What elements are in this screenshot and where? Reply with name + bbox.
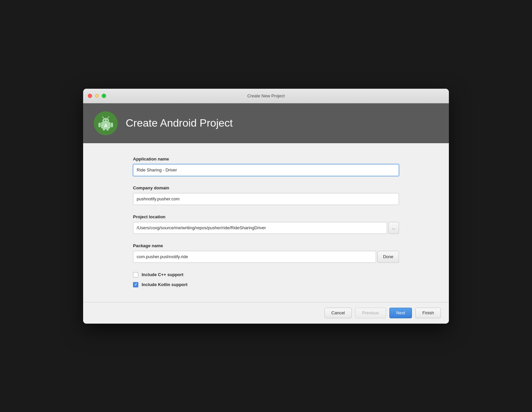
svg-rect-8: [111, 123, 113, 127]
cancel-button[interactable]: Cancel: [325, 308, 352, 318]
svg-line-6: [108, 117, 109, 118]
finish-button[interactable]: Finish: [415, 308, 441, 318]
company-domain-label: Company domain: [133, 185, 399, 190]
kotlin-support-checkbox[interactable]: [133, 282, 138, 287]
svg-point-2: [102, 118, 109, 123]
traffic-lights: [88, 94, 106, 98]
dialog-footer: Cancel Previous Next Finish: [83, 302, 449, 324]
cpp-support-label: Include C++ support: [142, 272, 184, 277]
project-location-label: Project location: [133, 214, 399, 219]
done-button[interactable]: Done: [377, 251, 399, 263]
svg-rect-9: [103, 128, 105, 131]
package-name-field-group: Package name Done: [133, 243, 399, 263]
page-title: Create Android Project: [126, 117, 233, 129]
window-title: Create New Project: [247, 93, 285, 98]
app-name-field-group: Application name: [133, 156, 399, 176]
package-name-label: Package name: [133, 243, 399, 248]
close-button[interactable]: [88, 94, 92, 98]
android-studio-logo: A: [94, 111, 118, 135]
package-name-row: Done: [133, 251, 399, 263]
maximize-button[interactable]: [102, 94, 106, 98]
header: A Create Android Project: [83, 103, 449, 143]
minimize-button[interactable]: [95, 94, 99, 98]
form-content: Application name Company domain Project …: [83, 143, 449, 302]
svg-rect-7: [98, 123, 101, 127]
project-location-row: ...: [133, 222, 399, 234]
svg-point-4: [107, 120, 108, 121]
browse-button[interactable]: ...: [388, 222, 399, 234]
next-button[interactable]: Next: [389, 308, 412, 318]
kotlin-support-item: Include Kotlin support: [133, 282, 399, 287]
main-window: Create New Project: [83, 89, 449, 324]
app-name-label: Application name: [133, 156, 399, 161]
project-location-field-group: Project location ...: [133, 214, 399, 234]
kotlin-support-label: Include Kotlin support: [142, 282, 188, 287]
app-name-input[interactable]: [133, 164, 399, 176]
cpp-support-item: Include C++ support: [133, 272, 399, 277]
company-domain-field-group: Company domain: [133, 185, 399, 205]
package-name-input[interactable]: [133, 251, 376, 263]
project-location-input[interactable]: [133, 222, 387, 234]
svg-line-5: [102, 117, 104, 118]
titlebar: Create New Project: [83, 89, 449, 103]
company-domain-input[interactable]: [133, 193, 399, 205]
svg-text:A: A: [104, 123, 107, 128]
previous-button[interactable]: Previous: [355, 308, 386, 318]
cpp-support-checkbox[interactable]: [133, 272, 138, 277]
checkboxes-section: Include C++ support Include Kotlin suppo…: [133, 272, 399, 287]
svg-point-3: [104, 120, 105, 121]
svg-rect-10: [106, 128, 109, 131]
